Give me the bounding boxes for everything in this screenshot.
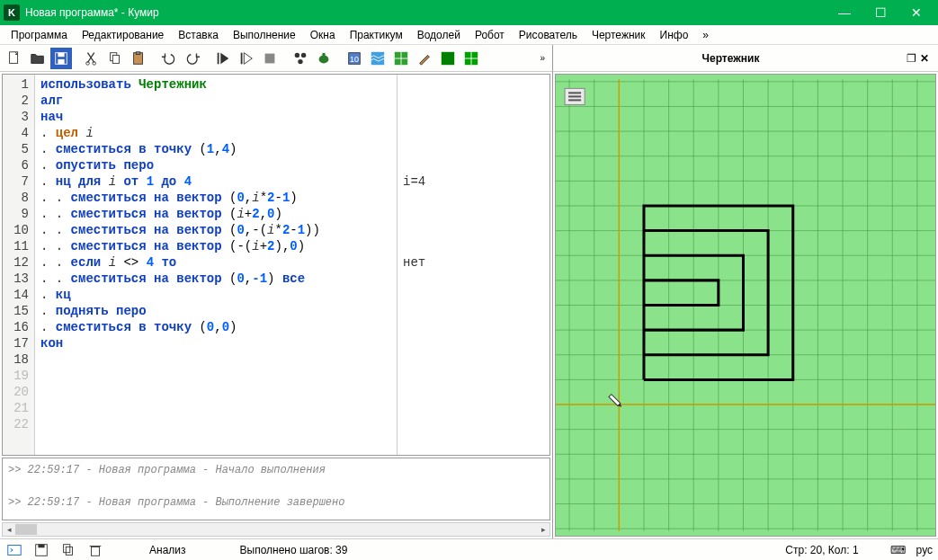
editor-pane: 12345678910111213141516171819202122 испо…: [0, 72, 553, 538]
maximize-button[interactable]: ☐: [862, 0, 898, 25]
run-button[interactable]: [212, 48, 234, 69]
svg-point-15: [295, 52, 299, 57]
statusbar: Анализ Выполнено шагов: 39 Стр: 20, Кол:…: [0, 538, 938, 560]
menu-водолей[interactable]: Водолей: [410, 26, 468, 44]
drawing-canvas[interactable]: [555, 74, 936, 537]
svg-marker-11: [220, 52, 228, 64]
toolbar: 10 »: [0, 45, 553, 72]
stop-button[interactable]: [259, 48, 281, 69]
code-editor[interactable]: использовать Чертежникалгнач. цел i. сме…: [35, 75, 397, 455]
save-file-button[interactable]: [50, 48, 72, 69]
svg-rect-9: [136, 51, 140, 54]
svg-rect-12: [241, 52, 243, 64]
svg-rect-14: [265, 53, 275, 63]
svg-marker-13: [244, 52, 252, 64]
svg-rect-76: [8, 545, 21, 555]
scroll-right-arrow[interactable]: ▸: [537, 523, 549, 536]
panel-close-button[interactable]: ✕: [920, 52, 929, 65]
clear-status-icon[interactable]: [86, 541, 104, 559]
line-number-gutter: 12345678910111213141516171819202122: [3, 75, 35, 455]
menubar: ПрограммаРедактированиеВставкаВыполнение…: [0, 25, 938, 45]
copy-status-icon[interactable]: [59, 541, 77, 559]
status-lang: рус: [916, 544, 933, 556]
actors-button[interactable]: [290, 48, 311, 69]
svg-point-19: [322, 52, 326, 56]
scroll-thumb[interactable]: [15, 524, 37, 535]
redo-button[interactable]: [182, 48, 203, 69]
window-title: Новая программа* - Кумир: [25, 6, 826, 19]
svg-rect-81: [92, 547, 100, 556]
svg-rect-80: [66, 547, 72, 555]
menu-чертежник[interactable]: Чертежник: [585, 26, 653, 44]
menu-выполнение[interactable]: Выполнение: [226, 26, 303, 44]
menu-инфо[interactable]: Инфо: [653, 26, 696, 44]
green-b-button[interactable]: [460, 48, 482, 69]
menu-вставка[interactable]: Вставка: [171, 26, 226, 44]
terminal-icon[interactable]: [5, 541, 23, 559]
right-panel-title: Чертежник: [557, 52, 905, 65]
svg-rect-22: [371, 51, 384, 64]
minimize-button[interactable]: —: [826, 0, 862, 25]
turtle-icon[interactable]: [313, 48, 335, 69]
close-button[interactable]: ✕: [898, 0, 934, 25]
svg-rect-78: [38, 544, 44, 547]
svg-point-17: [298, 58, 302, 63]
menu-рисователь[interactable]: Рисователь: [512, 26, 585, 44]
grid-b-button[interactable]: [390, 48, 412, 69]
status-cursor: Стр: 20, Кол: 1: [785, 544, 858, 556]
save-status-icon[interactable]: [32, 541, 50, 559]
menu-окна[interactable]: Окна: [303, 26, 343, 44]
copy-button[interactable]: [104, 48, 126, 69]
right-panel-header: Чертежник ❐ ✕: [553, 45, 938, 72]
menu-практикум[interactable]: Практикум: [343, 26, 410, 44]
menu-»[interactable]: »: [695, 26, 716, 44]
cut-button[interactable]: [81, 48, 103, 69]
toolbar-overflow-button[interactable]: »: [536, 53, 549, 63]
paste-button[interactable]: [128, 48, 149, 69]
open-file-button[interactable]: [27, 48, 49, 69]
panel-restore-button[interactable]: ❐: [907, 52, 916, 65]
drawing-pane: [553, 72, 938, 538]
waves-button[interactable]: [367, 48, 389, 69]
green-a-button[interactable]: [437, 48, 459, 69]
svg-point-16: [301, 52, 306, 57]
margin-annotations: i=4 нет: [397, 75, 549, 455]
svg-rect-3: [58, 58, 64, 63]
grid-a-button[interactable]: 10: [344, 48, 365, 69]
svg-rect-10: [218, 52, 219, 64]
keyboard-icon[interactable]: ⌨: [889, 541, 907, 559]
svg-rect-79: [64, 544, 70, 552]
scroll-left-arrow[interactable]: ◂: [3, 523, 15, 536]
status-mode: Анализ: [149, 544, 186, 556]
svg-point-18: [319, 55, 329, 63]
step-button[interactable]: [236, 48, 257, 69]
svg-rect-7: [112, 55, 119, 63]
status-steps: Выполнено шагов: 39: [240, 544, 348, 556]
output-console[interactable]: >> 22:59:17 - Новая программа - Начало в…: [2, 458, 550, 520]
svg-text:10: 10: [350, 54, 359, 63]
app-icon: K: [4, 4, 20, 21]
brush-button[interactable]: [414, 48, 435, 69]
menu-программа[interactable]: Программа: [4, 26, 75, 44]
window-titlebar: K Новая программа* - Кумир — ☐ ✕: [0, 0, 938, 25]
menu-робот[interactable]: Робот: [468, 26, 512, 44]
svg-rect-26: [442, 51, 454, 64]
menu-редактирование[interactable]: Редактирование: [75, 26, 171, 44]
new-file-button[interactable]: [4, 48, 25, 69]
horizontal-scrollbar[interactable]: ◂ ▸: [2, 522, 550, 537]
undo-button[interactable]: [158, 48, 180, 69]
svg-rect-2: [58, 52, 64, 57]
drawing-svg: [556, 75, 935, 536]
